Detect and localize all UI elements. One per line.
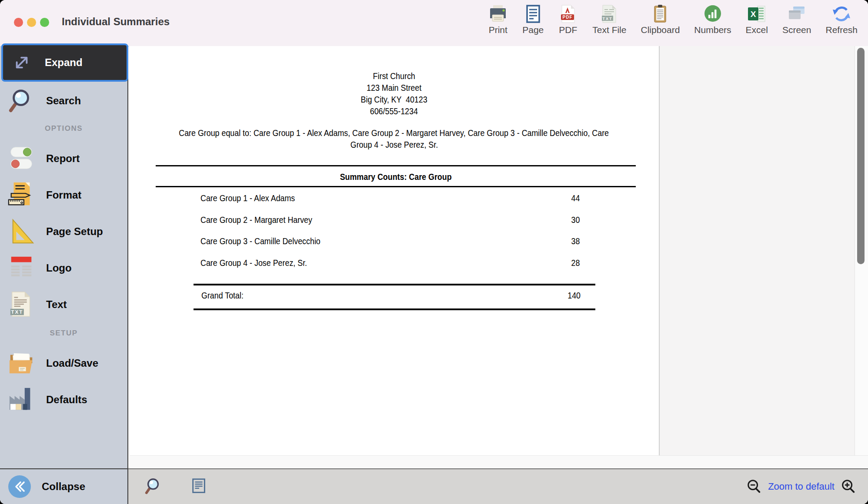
sidebar-item-load-save[interactable]: Load/Save — [0, 348, 127, 379]
collapse-icon — [8, 475, 31, 498]
church-phone: 606/555-1234 — [370, 105, 418, 117]
zoom-in-icon[interactable] — [840, 478, 857, 495]
sidebar-item-collapse[interactable]: Collapse — [0, 468, 128, 504]
toolbar-refresh-button[interactable]: Refresh — [825, 4, 858, 35]
toolbar-excel-label: Excel — [746, 25, 768, 35]
vertical-scrollbar[interactable] — [855, 46, 868, 455]
sidebar-item-label: Search — [46, 95, 81, 107]
sidebar-item-format[interactable]: Format — [0, 179, 127, 211]
zoom-out-icon[interactable] — [746, 478, 762, 495]
table-title: Summary Counts: Care Group — [156, 172, 636, 182]
sidebar-item-label: Text — [46, 298, 67, 311]
table-header-rule — [156, 186, 636, 187]
sidebar-item-report[interactable]: Report — [0, 143, 127, 174]
text-file-icon: TXT — [599, 4, 619, 24]
sidebar-item-page-setup[interactable]: Page Setup — [0, 216, 127, 247]
sidebar-section-setup: SETUP — [0, 329, 127, 338]
sidebar-item-text[interactable]: TXT Text — [0, 289, 127, 320]
sidebar-item-label: Defaults — [46, 394, 87, 406]
toolbar-print-button[interactable]: Print — [488, 4, 508, 35]
grand-total-value: 140 — [568, 290, 581, 301]
sidebar-item-label: Collapse — [42, 481, 85, 493]
pdf-icon: PDF — [558, 4, 578, 24]
logo-placeholder-icon — [7, 255, 36, 282]
toolbar-clipboard-button[interactable]: Clipboard — [641, 4, 680, 35]
sidebar-item-defaults[interactable]: Defaults — [0, 384, 127, 415]
toolbar-text-file-button[interactable]: TXT Text File — [592, 4, 626, 35]
zoom-to-default-link[interactable]: Zoom to default — [768, 481, 835, 492]
row-label: Care Group 2 - Margaret Harvey — [200, 215, 312, 225]
minimize-button[interactable] — [27, 18, 36, 27]
grand-total-bottom-rule — [194, 308, 595, 310]
sidebar-item-label: Page Setup — [46, 225, 103, 238]
toolbar-screen-button[interactable]: Screen — [782, 4, 811, 35]
titlebar: Individual Summaries Print — [0, 0, 868, 46]
status-bar: Zoom to default — [128, 468, 868, 504]
excel-icon: X — [747, 4, 767, 24]
sidebar-item-label: Expand — [45, 56, 83, 69]
grand-total-top-rule — [194, 284, 595, 285]
toolbar-print-label: Print — [489, 25, 507, 35]
scrollbar-thumb[interactable] — [857, 48, 865, 264]
toolbar-refresh-label: Refresh — [825, 25, 858, 35]
table-title-text: Summary Counts: Care Group — [340, 172, 452, 182]
refresh-icon — [831, 4, 851, 24]
church-name: First Church — [373, 70, 415, 82]
toolbar-pdf-button[interactable]: PDF PDF — [558, 4, 578, 35]
zoom-window-button[interactable] — [40, 18, 49, 27]
pdf-icon-text: PDF — [563, 15, 573, 20]
sidebar-item-label: Load/Save — [46, 357, 98, 369]
sidebar-item-expand[interactable]: Expand — [1, 43, 128, 82]
toolbar-screen-label: Screen — [782, 25, 811, 35]
row-value: 30 — [571, 215, 580, 225]
toggles-icon — [7, 145, 36, 172]
row-value: 44 — [571, 193, 580, 203]
txt-icon-text: TXT — [603, 17, 613, 21]
toolbar-pdf-label: PDF — [559, 25, 577, 35]
folder-icon — [7, 350, 36, 377]
expand-arrows-icon — [7, 50, 36, 75]
toolbar-text-file-label: Text File — [592, 25, 626, 35]
criteria-line-1: Care Group equal to: Care Group 1 - Alex… — [179, 127, 609, 139]
app-window: Individual Summaries Print — [0, 0, 868, 504]
zoom-controls: Zoom to default — [746, 469, 857, 504]
toolbar-numbers-label: Numbers — [694, 25, 731, 35]
table-top-rule — [156, 165, 636, 166]
magnifier-tool-icon[interactable] — [144, 477, 162, 495]
table-row: Care Group 2 - Margaret Harvey 30 — [156, 215, 636, 226]
document-view-icon[interactable] — [190, 477, 208, 495]
toolbar-page-label: Page — [522, 25, 544, 35]
sidebar-txt-icon-text: TXT — [11, 309, 23, 315]
toolbar: Print Page PDF — [488, 4, 858, 35]
screen-icon — [787, 4, 807, 24]
sidebar-item-logo[interactable]: Logo — [0, 252, 127, 284]
row-value: 38 — [571, 236, 580, 246]
church-address1: 123 Main Street — [367, 82, 421, 93]
sidebar-item-search[interactable]: Search — [0, 85, 127, 116]
preview-background-panel — [660, 46, 855, 455]
report-preview-page: First Church 123 Main Street Big City, K… — [129, 46, 659, 455]
sidebar-item-label: Report — [46, 153, 80, 165]
format-document-icon — [7, 182, 36, 209]
criteria-line-2: Group 4 - Jose Perez, Sr. — [350, 139, 437, 150]
toolbar-numbers-button[interactable]: Numbers — [694, 4, 731, 35]
row-label: Care Group 1 - Alex Adams — [200, 193, 295, 203]
window-title: Individual Summaries — [62, 16, 170, 28]
church-address2: Big City, KY 40123 — [361, 93, 427, 105]
bottom-bar: Collapse Zoom to def — [0, 468, 868, 504]
triangle-ruler-icon — [7, 218, 36, 245]
close-button[interactable] — [14, 18, 23, 27]
table-row: Care Group 4 - Jose Perez, Sr. 28 — [156, 258, 636, 269]
excel-icon-text: X — [751, 10, 756, 19]
toolbar-excel-button[interactable]: X Excel — [746, 4, 768, 35]
grand-total-label: Grand Total: — [201, 290, 244, 301]
search-icon — [7, 87, 36, 114]
preview-bottom-strip — [129, 455, 868, 469]
table-row: Care Group 1 - Alex Adams 44 — [156, 193, 636, 204]
row-value: 28 — [571, 258, 580, 268]
clipboard-icon — [650, 4, 670, 24]
toolbar-page-button[interactable]: Page — [522, 4, 544, 35]
factory-icon — [7, 386, 36, 413]
txt-document-icon: TXT — [7, 291, 36, 318]
report-criteria: Care Group equal to: Care Group 1 - Alex… — [129, 127, 659, 150]
